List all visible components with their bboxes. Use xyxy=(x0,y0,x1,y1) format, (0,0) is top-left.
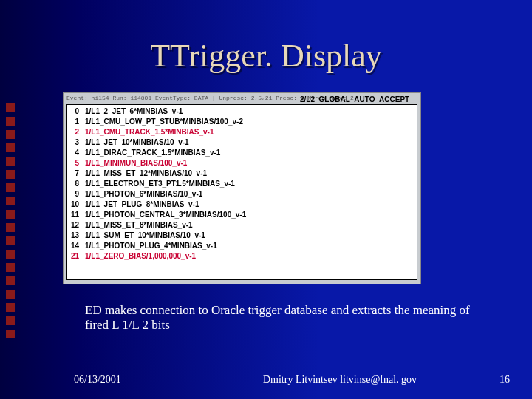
row-text: 1/L1_JET_10*MINBIAS/10_v-1 xyxy=(85,137,417,148)
row-number: 12 xyxy=(67,220,85,231)
trigger-row: 51/L1_MINIMUN_BIAS/100_v-1 xyxy=(67,158,417,168)
trigger-row: 21/L1_CMU_TRACK_1.5*MINBIAS_v-1 xyxy=(67,127,417,137)
row-text: 1/L1_MISS_ET_12*MINBIAS/10_v-1 xyxy=(85,168,417,179)
trigger-row: 41/L1_DIRAC_TRACK_1.5*MINBIAS_v-1 xyxy=(67,148,417,158)
row-text: 1/L1_ZERO_BIAS/1,000,000_v-1 xyxy=(85,251,417,262)
trigger-row: 01/L1_2_JET_6*MINBIAS_v-1 xyxy=(67,106,417,117)
row-number: 4 xyxy=(67,148,85,158)
row-text: 1/L1_CMU_TRACK_1.5*MINBIAS_v-1 xyxy=(85,127,417,137)
row-text: 1/L1_PHOTON_CENTRAL_3*MINBIAS/100_v-1 xyxy=(85,210,417,220)
row-text: 1/L1_SUM_ET_10*MINBIAS/10_v-1 xyxy=(85,231,417,241)
caption-text: ED makes connection to Oracle trigger da… xyxy=(85,303,488,333)
trigger-list: 2/L2_GLOBAL_AUTO_ACCEPT_ 01/L1_2_JET_6*M… xyxy=(66,104,417,280)
row-number: 1 xyxy=(67,117,85,127)
row-number: 5 xyxy=(67,158,85,168)
row-number: 11 xyxy=(67,210,85,220)
footer-page: 16 xyxy=(480,374,510,386)
trigger-row: 91/L1_PHOTON_6*MINBIAS/10_v-1 xyxy=(67,189,417,200)
row-text: 1/L1_ELECTRON_ET3_PT1.5*MINBIAS_v-1 xyxy=(85,179,417,189)
row-text: 1/L1_PHOTON_PLUG_4*MINBIAS_v-1 xyxy=(85,241,417,251)
trigger-row: 111/L1_PHOTON_CENTRAL_3*MINBIAS/100_v-1 xyxy=(67,210,417,220)
trigger-row: 71/L1_MISS_ET_12*MINBIAS/10_v-1 xyxy=(67,168,417,179)
row-number: 10 xyxy=(67,200,85,210)
trigger-row: 131/L1_SUM_ET_10*MINBIAS/10_v-1 xyxy=(67,231,417,241)
trigger-row: 211/L1_ZERO_BIAS/1,000,000_v-1 xyxy=(67,251,417,262)
row-number: 0 xyxy=(67,106,85,117)
row-text: 1/L1_DIRAC_TRACK_1.5*MINBIAS_v-1 xyxy=(85,148,417,158)
row-number: 13 xyxy=(67,231,85,241)
trigger-panel: Event: nil54 Run: 114801 EventType: DATA… xyxy=(63,92,421,284)
decorative-bullets xyxy=(6,103,15,343)
slide-title: TTrigger. Display xyxy=(0,37,532,75)
extra-label: 2/L2_GLOBAL_AUTO_ACCEPT_ xyxy=(300,104,417,105)
trigger-row: 141/L1_PHOTON_PLUG_4*MINBIAS_v-1 xyxy=(67,241,417,251)
row-text: 1/L1_2_JET_6*MINBIAS_v-1 xyxy=(85,106,417,117)
row-number: 2 xyxy=(67,127,85,137)
row-text: 1/L1_JET_PLUG_8*MINBIAS_v-1 xyxy=(85,200,417,210)
trigger-row: 31/L1_JET_10*MINBIAS/10_v-1 xyxy=(67,137,417,148)
row-text: 1/L1_PHOTON_6*MINBIAS/10_v-1 xyxy=(85,189,417,200)
row-text: 1/L1_CMU_LOW_PT_STUB*MINBIAS/100_v-2 xyxy=(85,117,417,127)
trigger-row: 81/L1_ELECTRON_ET3_PT1.5*MINBIAS_v-1 xyxy=(67,179,417,189)
footer-date: 06/13/2001 xyxy=(74,374,200,386)
footer-author: Dmitry Litvintsev litvinse@fnal. gov xyxy=(200,374,480,386)
row-number: 14 xyxy=(67,241,85,251)
footer: 06/13/2001 Dmitry Litvintsev litvinse@fn… xyxy=(0,374,532,386)
row-text: 1/L1_MISS_ET_8*MINBIAS_v-1 xyxy=(85,220,417,231)
row-number: 8 xyxy=(67,179,85,189)
trigger-row: 121/L1_MISS_ET_8*MINBIAS_v-1 xyxy=(67,220,417,231)
trigger-row: 101/L1_JET_PLUG_8*MINBIAS_v-1 xyxy=(67,200,417,210)
row-text: 1/L1_MINIMUN_BIAS/100_v-1 xyxy=(85,158,417,168)
row-number: 21 xyxy=(67,251,85,262)
trigger-row: 11/L1_CMU_LOW_PT_STUB*MINBIAS/100_v-2 xyxy=(67,117,417,127)
row-number: 9 xyxy=(67,189,85,200)
row-number: 7 xyxy=(67,168,85,179)
row-number: 3 xyxy=(67,137,85,148)
